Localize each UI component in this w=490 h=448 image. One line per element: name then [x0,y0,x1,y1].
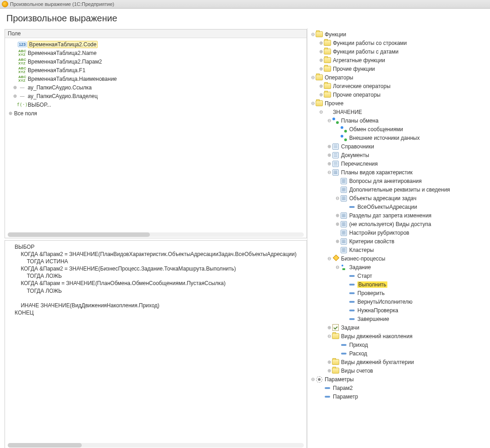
expand-icon[interactable]: ⊕ [327,325,332,330]
tree-node[interactable]: ВернутьИсполнителю [310,297,488,306]
field-row[interactable]: ABCXYZ ВременнаяТаблица2.Парам2 [8,57,304,66]
tree-node-misc[interactable]: ⊖Прочее [310,99,488,108]
tree-node[interactable]: Дополнительные реквизиты и сведения [310,185,488,194]
folder-icon [324,49,331,55]
expand-icon[interactable]: ⊕ [335,213,340,218]
tree-node[interactable]: Параметр [310,392,488,401]
field-row[interactable]: 123 ВременнаяТаблица2.Code [8,40,304,49]
expand-icon[interactable]: ⊕ [318,49,324,54]
expand-icon[interactable]: ⊕ [335,239,340,244]
tree-node[interactable]: ⊕Логические операторы [310,82,488,90]
expand-icon[interactable]: ⊕ [318,58,324,63]
tree-node[interactable]: ⊖Объекты адресации задач [310,194,488,202]
tree-node[interactable]: ⊕Разделы дат запрета изменения [310,211,488,220]
tree-node[interactable]: Приход [310,340,488,349]
tree-node[interactable]: НужнаПроверка [310,306,488,315]
tree-node[interactable]: ⊕Функции работы с датами [310,47,488,56]
fields-tree[interactable]: 123 ВременнаяТаблица2.Code ABCXYZ Времен… [5,38,307,238]
spacer [12,59,18,64]
tree-node[interactable]: ⊖Бизнес-процессы [310,254,488,263]
collapse-icon[interactable]: ⊖ [318,109,324,114]
expand-icon[interactable]: ⊕ [12,94,18,98]
folder-icon [332,368,339,374]
expand-icon[interactable]: ⊕ [12,85,18,90]
collapse-icon[interactable]: ⊖ [310,32,316,37]
tree-node[interactable]: ⊖Планы обмена [310,116,488,125]
expand-icon[interactable]: ⊕ [327,153,332,158]
field-row[interactable]: ABCXYZ ВременнаяТаблица.F1 [8,66,304,74]
tree-node[interactable]: ⊕(не используется) Виды доступа [310,220,488,228]
titlebar[interactable]: Произвольное выражение (1С:Предприятие) [0,0,490,9]
expand-icon[interactable]: ⊕ [327,359,332,364]
scrollbar-thumb[interactable] [8,443,82,448]
expand-icon[interactable]: ⊕ [318,84,324,89]
field-row[interactable]: ABCXYZ ВременнаяТаблица.Наименование [8,74,304,83]
expand-icon[interactable]: ⊕ [335,222,340,226]
tree-node[interactable]: Проверить [310,289,488,297]
tree-node[interactable]: ⊕Функции работы со строками [310,39,488,47]
tree-node[interactable]: ⊖Виды движений накопления [310,332,488,340]
tree-label: Задачи [341,325,359,331]
collapse-icon[interactable]: ⊖ [310,377,316,382]
tree-node[interactable]: ⊕Виды счетов [310,366,488,375]
all-fields-row[interactable]: ⊕ Все поля [8,109,304,118]
collapse-icon[interactable]: ⊖ [310,101,316,106]
collapse-icon[interactable]: ⊖ [327,256,332,261]
field-row[interactable]: ⊕ — ау_ПапкиСАудио.Владелец [8,92,304,100]
tree-node[interactable]: Парам2 [310,384,488,392]
tree-node[interactable]: ⊕Документы [310,151,488,159]
tree-node[interactable]: ⊕Виды движений бухгалтерии [310,358,488,366]
tree-node[interactable]: ⊕Агрегатные функции [310,56,488,64]
tree-node[interactable]: Внешние источники данных [310,133,488,142]
expand-icon[interactable]: ⊕ [318,92,324,97]
dash-icon [348,307,356,314]
tree-node[interactable]: ⊕Прочие функции [310,64,488,73]
reference-type-icon: — [19,93,26,99]
field-row[interactable]: f(·) ВЫБОР... [8,100,304,109]
tree-label: Логические операторы [333,83,391,89]
collapse-icon[interactable]: ⊖ [327,334,332,339]
tree-label: Старт [357,273,372,279]
tree-node[interactable]: ⊖Планы видов характеристик [310,168,488,177]
expand-icon[interactable]: ⊕ [8,111,13,116]
horizontal-scrollbar[interactable] [8,232,304,237]
expression-editor[interactable]: ВЫБОР КОГДА &Парам2 = ЗНАЧЕНИЕ(ПланВидов… [5,241,307,448]
tree-node[interactable]: ВсеОбъектыАдресации [310,202,488,211]
expand-icon[interactable]: ⊕ [327,368,332,373]
expand-icon[interactable]: ⊕ [318,40,324,45]
dash-icon [340,342,347,348]
tree-node-task[interactable]: ⊖Задание [310,263,488,271]
tree-node[interactable]: ⊕Перечисления [310,159,488,168]
expand-icon[interactable]: ⊕ [327,144,332,149]
tree-node[interactable]: Вопросы для анкетирования [310,177,488,185]
scrollbar-thumb[interactable] [8,232,150,237]
collapse-icon[interactable]: ⊖ [310,75,316,80]
tree-node[interactable]: Обмен сообщениями [310,125,488,133]
tree-node[interactable]: Старт [310,271,488,280]
collapse-icon[interactable]: ⊖ [335,196,340,201]
field-row[interactable]: ABCXYZ ВременнаяТаблица2.Name [8,49,304,57]
tree-node[interactable]: Расход [310,349,488,358]
tree-node[interactable]: Настройки рубрикторов [310,228,488,237]
tree-node[interactable]: Завершение [310,315,488,323]
field-row[interactable]: ⊕ — ау_ПапкиСАудио.Ссылка [8,83,304,92]
tree-node-operators[interactable]: ⊖Операторы [310,73,488,82]
collapse-icon[interactable]: ⊖ [327,118,332,123]
expand-icon[interactable]: ⊕ [318,66,324,71]
tree-node[interactable]: ⊕Прочие операторы [310,90,488,99]
tree-node-parameters[interactable]: ⊖Параметры [310,375,488,384]
tree-node-execute[interactable]: Выполнить [310,280,488,289]
tree-node-functions[interactable]: ⊖Функции [310,30,488,39]
field-label: ВременнаяТаблица.Наименование [28,76,117,82]
tree-node[interactable]: ⊕Критерии свойств [310,237,488,246]
tree-node[interactable]: ⊕Справочники [310,142,488,151]
tree-node-value[interactable]: ⊖ЗНАЧЕНИЕ [310,108,488,116]
tree-node[interactable]: ⊕Задачи [310,323,488,332]
collapse-icon[interactable]: ⊖ [335,265,340,270]
catalog-icon [332,143,339,150]
palette-tree[interactable]: ⊖Функции ⊕Функции работы со строками ⊕Фу… [307,28,490,448]
tree-node[interactable]: Кластеры [310,246,488,254]
expand-icon[interactable]: ⊕ [327,161,332,166]
collapse-icon[interactable]: ⊖ [327,170,332,175]
horizontal-scrollbar[interactable] [8,443,304,448]
